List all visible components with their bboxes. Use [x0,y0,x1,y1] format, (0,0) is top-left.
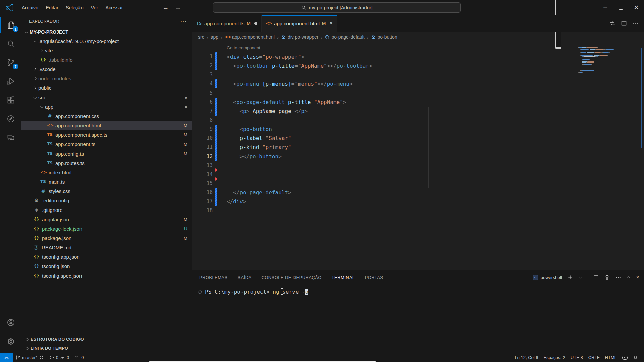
tree-item[interactable]: TSapp.config.tsM [21,149,192,158]
kill-terminal-icon[interactable] [604,274,610,280]
split-editor-icon[interactable] [621,20,627,27]
menu-item[interactable]: ··· [127,3,139,12]
maximize-panel-icon[interactable] [626,275,631,280]
panel-tab[interactable]: CONSOLE DE DEPURAÇÃO [262,270,322,284]
gear-icon [6,337,15,346]
tree-item[interactable]: public [21,83,192,93]
breadcrumb-item[interactable]: div.po-wrapper [281,34,319,40]
code-editor[interactable]: Go to component 1<div class="po-wrapper"… [192,42,644,270]
breadcrumb-item[interactable]: src [198,34,204,40]
tree-item[interactable]: .vscode [21,64,192,74]
tree-item[interactable]: TSapp.component.spec.tsM [21,130,192,139]
git-badge: M [247,21,251,26]
split-terminal-icon[interactable] [593,274,599,280]
close-panel-icon[interactable]: × [636,274,639,281]
breadcrumb-item[interactable]: po-button [371,34,397,40]
tree-item[interactable]: app● [21,102,192,111]
panel-tab[interactable]: PROBLEMAS [199,270,228,284]
editor-tab[interactable]: <>app.component.htmlM× [262,15,337,32]
minimap[interactable] [578,47,615,75]
more-actions-icon[interactable] [632,20,639,27]
minimize-button[interactable]: ─ [598,0,613,15]
file-tree: .angular\cache\19.0.7\my-po-projectvite{… [21,36,192,280]
new-terminal-icon[interactable] [567,274,573,280]
encoding-item[interactable]: UTF-8 [568,355,586,360]
tree-item[interactable]: ⚙.editorconfig [21,196,192,205]
panel-tab[interactable]: TERMINAL [332,270,355,284]
git-badge: M [182,142,187,147]
remote-indicator[interactable]: >< [0,353,13,362]
explorer-activity-button[interactable]: 1 [0,15,21,34]
restore-button[interactable] [613,0,629,15]
close-button[interactable]: ✕ [629,0,644,15]
tree-item[interactable]: iREADME.md [21,243,192,252]
run-debug-activity-button[interactable] [0,72,21,90]
editor-tab[interactable]: TSapp.component.tsM [192,15,262,32]
chat-activity-button[interactable] [0,128,21,147]
breadcrumb-item[interactable]: app [211,34,218,40]
tree-item[interactable]: {}.tsbuildinfo [21,55,192,64]
gutter-modified-bar [215,79,217,88]
indentation-item[interactable]: Espaços: 2 [541,355,568,360]
codelens-link[interactable]: Go to component [192,44,644,52]
tree-item[interactable]: #styles.css [21,186,192,196]
terminal-dropdown-icon[interactable] [578,275,583,280]
git-badge: M [322,21,326,26]
tree-item[interactable]: src● [21,93,192,102]
menu-item[interactable]: Editar [42,3,62,12]
menu-item[interactable]: Arquivo [18,3,42,12]
eol-item[interactable]: CRLF [586,355,602,360]
tree-item[interactable]: .angular\cache\19.0.7\my-po-project [21,36,192,46]
tree-item[interactable]: TSmain.ts [21,177,192,186]
totvs-extension-button[interactable] [0,109,21,128]
tree-item[interactable]: {}package-lock.jsonU [21,224,192,233]
panel-tab[interactable]: SAÍDA [238,270,252,284]
cursor-position-item[interactable]: Ln 12, Col 6 [512,355,541,360]
section-outline[interactable]: ESTRUTURA DO CÓDIGO [21,335,192,344]
source-control-activity-button[interactable]: 7 [0,53,21,72]
breadcrumb-item[interactable]: po-page-default [325,34,364,40]
panel-more-icon[interactable] [615,274,621,280]
settings-button[interactable] [0,332,21,351]
copilot-icon [622,356,628,360]
problems-item[interactable]: 0 0 [47,353,72,362]
breadcrumb-item[interactable]: <>app.component.html [225,34,275,40]
account-button[interactable] [0,313,21,332]
close-tab-icon[interactable]: × [330,20,333,26]
tree-item[interactable]: TSapp.routes.ts [21,158,192,168]
code-line: 18 [192,206,644,215]
tree-root-folder[interactable]: MY-PO-PROJECT [21,27,192,36]
dirty-dot-icon[interactable] [254,22,257,25]
command-center-search[interactable]: my-po-project [Administrador] [213,2,461,13]
extensions-activity-button[interactable] [0,90,21,109]
menu-item[interactable]: Ver [87,3,102,12]
tree-item[interactable]: vite [21,46,192,55]
tree-item[interactable]: <>app.component.htmlM [21,121,192,130]
tree-item[interactable]: {}angular.jsonM [21,215,192,224]
copilot-item[interactable] [620,356,630,360]
terminal-instance[interactable]: >_ powershell [533,275,562,280]
search-activity-button[interactable] [0,34,21,53]
panel-tab[interactable]: PORTAS [365,270,383,284]
back-arrow-icon[interactable]: ← [162,4,169,11]
menu-item[interactable]: Seleção [62,3,87,12]
tree-item[interactable]: ◆.gitignore [21,205,192,215]
tree-item[interactable]: #app.component.css [21,111,192,121]
tree-item[interactable]: TSapp.component.tsM [21,139,192,149]
tree-item[interactable]: <>index.html [21,168,192,177]
language-mode-item[interactable]: HTML [602,355,620,360]
tree-item[interactable]: {}tsconfig.app.json [21,252,192,261]
tree-item[interactable]: {}package.jsonM [21,233,192,243]
explorer-more-actions-icon[interactable]: ··· [180,18,187,24]
terminal[interactable]: PS C:\my-po-project> ng serve -o [192,284,644,353]
tree-item[interactable]: node_modules [21,74,192,83]
git-branch-item[interactable]: master* [13,353,47,362]
section-timeline[interactable]: LINHA DO TEMPO [21,344,192,353]
ports-item[interactable]: 0 [72,353,86,362]
forward-arrow-icon[interactable]: → [175,4,181,11]
notifications-item[interactable] [630,355,641,360]
open-changes-icon[interactable] [609,20,616,27]
menu-item[interactable]: Acessar [102,3,126,12]
tree-item[interactable]: {}tsconfig.json [21,261,192,271]
tree-item[interactable]: {}tsconfig.spec.json [21,271,192,280]
